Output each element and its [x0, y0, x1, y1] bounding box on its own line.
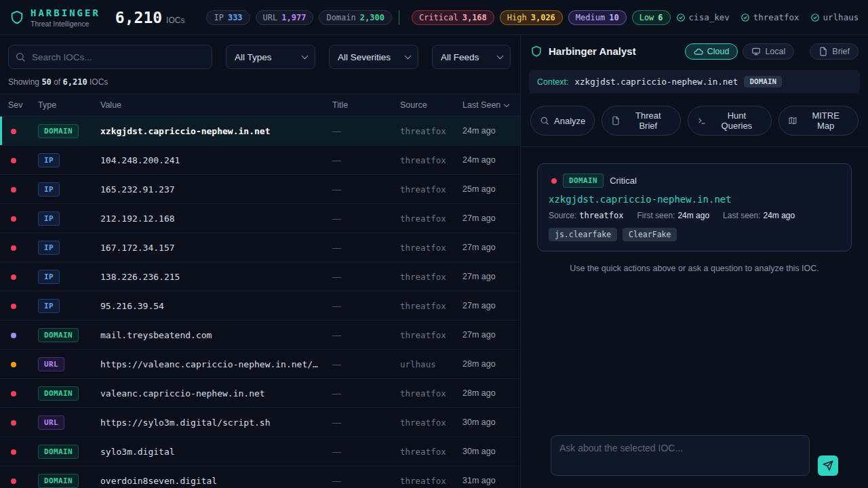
ioc-title: — — [332, 476, 400, 486]
check-circle-icon — [741, 13, 750, 22]
ioc-value: https://sylo3m.digital/script.sh — [100, 418, 332, 428]
threat-brief-button[interactable]: Threat Brief — [601, 106, 680, 136]
ioc-value: valeanc.capriccio-nephew.in.net — [100, 388, 332, 399]
ioc-table-body: DOMAINxzkgjdst.capriccio-nephew.in.net—t… — [0, 117, 520, 488]
feed-filter: All Feeds — [432, 45, 511, 69]
top-header: HARBINGER Threat Intelligence 6,210 IOCs… — [0, 0, 868, 35]
ioc-last-seen: 28m ago — [462, 388, 512, 398]
context-type-badge: DOMAIN — [744, 76, 782, 87]
ioc-title: — — [332, 155, 400, 165]
table-row[interactable]: IP212.192.12.168—threatfox27m ago — [0, 204, 520, 233]
ioc-last-seen: 31m ago — [462, 476, 512, 485]
ioc-value: overdoin8seven.digital — [100, 476, 332, 486]
card-severity-label: Critical — [610, 176, 637, 186]
table-row[interactable]: URLhttps://sylo3m.digital/script.sh—thre… — [0, 408, 520, 437]
app-subtitle: Threat Intelligence — [31, 20, 100, 28]
feed-status-urlhaus: urlhaus — [810, 12, 859, 22]
ioc-source: urlhaus — [400, 359, 462, 369]
cloud-icon — [694, 47, 703, 56]
map-icon — [788, 116, 797, 125]
source-label: Source: — [549, 211, 576, 220]
mode-brief-button[interactable]: Brief — [810, 43, 859, 60]
ioc-source: threatfox — [400, 330, 462, 340]
ioc-value: mail.treysbeatend.com — [100, 330, 332, 340]
mode-local-button[interactable]: Local — [743, 43, 794, 60]
ioc-source: threatfox — [400, 243, 462, 253]
feed-filter-select[interactable]: All Feeds — [432, 45, 511, 69]
type-badge: IP — [38, 182, 60, 197]
table-row[interactable]: DOMAINvaleanc.capriccio-nephew.in.net—th… — [0, 379, 520, 408]
check-circle-icon — [810, 13, 820, 22]
severity-dot — [11, 333, 16, 338]
last-seen-label: Last seen: — [723, 211, 760, 220]
column-header-last-seen[interactable]: Last Seen — [462, 100, 512, 110]
type-badge: URL — [38, 415, 64, 430]
quick-actions: AnalyzeThreat BriefHunt QueriesMITRE Map — [521, 100, 868, 147]
card-ioc-value[interactable]: xzkgjdst.capriccio-nephew.in.net — [549, 194, 840, 205]
ioc-detail-card: DOMAIN Critical xzkgjdst.capriccio-nephe… — [537, 163, 852, 251]
table-row[interactable]: IP104.248.200.241—threatfox24m ago — [0, 146, 520, 175]
overflow-clipped-badge — [399, 10, 399, 25]
ioc-source: threatfox — [400, 214, 462, 224]
hunt-queries-button[interactable]: Hunt Queries — [688, 106, 772, 136]
ioc-source: threatfox — [400, 184, 462, 195]
terminal-icon — [697, 116, 707, 125]
table-row[interactable]: IP95.216.39.54—threatfox27m ago — [0, 291, 520, 321]
chat-input[interactable] — [551, 435, 810, 476]
severity-dot — [11, 187, 16, 192]
severity-dot — [11, 391, 16, 396]
table-row[interactable]: DOMAINsylo3m.digital—threatfox30m ago — [0, 437, 520, 466]
severity-count-badge-low: Low6 — [632, 10, 671, 25]
severity-dot — [11, 245, 16, 251]
severity-filter-select[interactable]: All Severities — [329, 45, 418, 69]
type-badge: DOMAIN — [38, 474, 79, 488]
type-count-badge-ip: IP333 — [206, 10, 250, 25]
type-filter-select[interactable]: All Types — [226, 45, 315, 69]
severity-dot — [11, 158, 16, 163]
mitre-map-button[interactable]: MITRE Map — [778, 106, 859, 136]
type-badge: DOMAIN — [38, 124, 79, 138]
ioc-value: 212.192.12.168 — [100, 214, 332, 224]
analyze-button[interactable]: Analyze — [530, 106, 595, 136]
feed-status-list: cisa_kevthreatfoxurlhaus — [676, 12, 859, 22]
card-meta: Source:threatfox First seen:24m ago Last… — [549, 211, 840, 220]
ioc-value: https://valeanc.capriccio-nephew.in.net/… — [100, 359, 332, 369]
results-summary: Showing 50 of 6,210 IOCs — [0, 76, 520, 94]
type-badge: IP — [38, 241, 60, 255]
ioc-source: threatfox — [400, 447, 462, 457]
source-value: threatfox — [579, 211, 623, 220]
mode-cloud-button[interactable]: Cloud — [685, 43, 738, 60]
check-circle-icon — [676, 13, 686, 22]
table-row[interactable]: DOMAINmail.treysbeatend.com—threatfox27m… — [0, 321, 520, 350]
table-row[interactable]: DOMAINxzkgjdst.capriccio-nephew.in.net—t… — [0, 117, 520, 146]
send-icon — [823, 460, 833, 471]
file-icon — [611, 116, 620, 125]
severity-dot — [11, 129, 16, 134]
severity-filter: All Severities — [329, 45, 418, 69]
table-row[interactable]: DOMAINoverdoin8seven.digital—threatfox31… — [0, 466, 520, 488]
send-button[interactable] — [818, 455, 838, 476]
ioc-last-seen: 28m ago — [462, 359, 512, 369]
ioc-value: 95.216.39.54 — [100, 301, 332, 311]
ioc-source: threatfox — [400, 272, 462, 282]
type-badge: DOMAIN — [563, 174, 604, 188]
ioc-last-seen: 25m ago — [462, 184, 512, 194]
analyst-header: Harbinger Analyst CloudLocalBrief — [521, 35, 868, 67]
logo-shield-icon — [9, 10, 24, 25]
analyst-hint: Use the quick actions above or ask a que… — [537, 264, 852, 273]
ioc-last-seen: 27m ago — [462, 214, 512, 223]
filter-bar: All Types All Severities All Feeds — [0, 35, 520, 76]
malware-tag: ClearFake — [623, 228, 677, 241]
column-header-sev: Sev — [8, 100, 38, 110]
severity-dot — [11, 479, 16, 484]
results-count: 50 — [41, 77, 51, 87]
table-row[interactable]: URLhttps://valeanc.capriccio-nephew.in.n… — [0, 350, 520, 379]
ioc-title: — — [332, 418, 400, 428]
table-row[interactable]: IP167.172.34.157—threatfox27m ago — [0, 233, 520, 262]
search-input[interactable] — [8, 45, 212, 69]
table-row[interactable]: IP138.226.236.215—threatfox27m ago — [0, 262, 520, 291]
chat-input-row — [537, 426, 852, 488]
total-ioc-label: IOCs — [166, 16, 184, 25]
search-icon — [540, 116, 549, 125]
table-row[interactable]: IP165.232.91.237—threatfox25m ago — [0, 175, 520, 204]
